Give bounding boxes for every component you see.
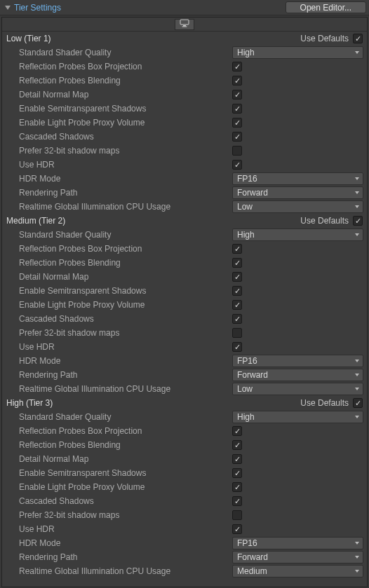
setting-row: Use HDR xyxy=(2,340,367,354)
tier-name: Medium (Tier 2) xyxy=(6,216,65,226)
tier-header: High (Tier 3)Use Defaults xyxy=(2,396,367,410)
setting-label: Standard Shader Quality xyxy=(19,48,232,57)
setting-row: Prefer 32-bit shadow maps xyxy=(2,144,367,158)
setting-label: Cascaded Shadows xyxy=(19,132,232,142)
tier-panel: Low (Tier 1)Use DefaultsStandard Shader … xyxy=(1,17,368,587)
setting-checkbox[interactable] xyxy=(232,146,242,156)
platform-tabs xyxy=(2,18,367,32)
setting-label: Reflection Probes Box Projection xyxy=(19,244,232,254)
setting-checkbox[interactable] xyxy=(232,244,242,254)
foldout-arrow-icon[interactable] xyxy=(4,4,11,11)
setting-label: Reflection Probes Box Projection xyxy=(19,62,232,71)
setting-row: HDR ModeFP16 xyxy=(2,172,367,186)
setting-row: Standard Shader QualityHigh xyxy=(2,410,367,424)
setting-checkbox[interactable] xyxy=(232,300,242,310)
tier-header: Medium (Tier 2)Use Defaults xyxy=(2,214,367,228)
setting-checkbox[interactable] xyxy=(232,468,242,478)
setting-row: Enable Light Probe Proxy Volume xyxy=(2,298,367,312)
setting-checkbox[interactable] xyxy=(232,90,242,100)
dropdown-value: High xyxy=(237,230,255,240)
tier-name: Low (Tier 1) xyxy=(6,34,51,43)
setting-label: Standard Shader Quality xyxy=(19,230,232,240)
setting-checkbox[interactable] xyxy=(232,286,242,296)
setting-label: Enable Light Probe Proxy Volume xyxy=(19,118,232,128)
chevron-down-icon xyxy=(354,386,360,392)
setting-label: Enable Semitransparent Shadows xyxy=(19,286,232,296)
setting-dropdown[interactable]: FP16 xyxy=(232,355,363,367)
use-defaults-checkbox[interactable] xyxy=(353,34,363,43)
setting-row: Realtime Global Illumination CPU UsageLo… xyxy=(2,200,367,214)
dropdown-value: High xyxy=(237,48,255,57)
use-defaults-label: Use Defaults xyxy=(300,398,349,408)
chevron-down-icon xyxy=(354,372,360,378)
setting-checkbox[interactable] xyxy=(232,118,242,128)
dropdown-value: FP16 xyxy=(237,538,257,548)
setting-checkbox[interactable] xyxy=(232,76,242,86)
setting-label: Rendering Path xyxy=(19,188,232,198)
setting-checkbox[interactable] xyxy=(232,510,242,520)
setting-row: Enable Semitransparent Shadows xyxy=(2,102,367,116)
setting-row: Enable Light Probe Proxy Volume xyxy=(2,480,367,494)
setting-label: Use HDR xyxy=(19,524,232,534)
setting-checkbox[interactable] xyxy=(232,314,242,324)
dropdown-value: Forward xyxy=(237,552,268,562)
setting-row: Rendering PathForward xyxy=(2,550,367,564)
setting-row: Rendering PathForward xyxy=(2,368,367,382)
panel-header: Tier Settings Open Editor... xyxy=(0,0,369,15)
chevron-down-icon xyxy=(354,358,360,364)
setting-checkbox[interactable] xyxy=(232,62,242,71)
setting-checkbox[interactable] xyxy=(232,454,242,464)
setting-checkbox[interactable] xyxy=(232,272,242,282)
setting-dropdown[interactable]: High xyxy=(232,411,363,423)
chevron-down-icon xyxy=(354,204,360,210)
use-defaults-checkbox[interactable] xyxy=(353,216,363,226)
setting-dropdown[interactable]: Forward xyxy=(232,369,363,381)
use-defaults-label: Use Defaults xyxy=(300,34,349,43)
setting-checkbox[interactable] xyxy=(232,342,242,352)
setting-label: HDR Mode xyxy=(19,356,232,366)
setting-label: Enable Semitransparent Shadows xyxy=(19,104,232,114)
setting-row: Prefer 32-bit shadow maps xyxy=(2,508,367,522)
chevron-down-icon xyxy=(354,554,360,560)
setting-dropdown[interactable]: FP16 xyxy=(232,537,363,549)
setting-label: Enable Light Probe Proxy Volume xyxy=(19,300,232,310)
setting-checkbox[interactable] xyxy=(232,328,242,338)
dropdown-value: Forward xyxy=(237,188,268,198)
setting-dropdown[interactable]: Low xyxy=(232,383,363,395)
setting-checkbox[interactable] xyxy=(232,440,242,450)
setting-dropdown[interactable]: Forward xyxy=(232,551,363,563)
setting-row: Reflection Probes Blending xyxy=(2,438,367,452)
setting-checkbox[interactable] xyxy=(232,524,242,534)
setting-row: Detail Normal Map xyxy=(2,270,367,284)
setting-row: Reflection Probes Box Projection xyxy=(2,60,367,74)
setting-checkbox[interactable] xyxy=(232,426,242,436)
setting-row: HDR ModeFP16 xyxy=(2,354,367,368)
setting-checkbox[interactable] xyxy=(232,160,242,170)
setting-row: Cascaded Shadows xyxy=(2,312,367,326)
setting-dropdown[interactable]: Low xyxy=(232,200,363,213)
setting-label: Detail Normal Map xyxy=(19,454,232,464)
use-defaults-checkbox[interactable] xyxy=(353,398,363,408)
setting-checkbox[interactable] xyxy=(232,258,242,268)
setting-checkbox[interactable] xyxy=(232,482,242,492)
setting-checkbox[interactable] xyxy=(232,132,242,142)
platform-tab-standalone[interactable] xyxy=(175,19,194,30)
setting-checkbox[interactable] xyxy=(232,496,242,506)
setting-label: Realtime Global Illumination CPU Usage xyxy=(19,566,232,576)
setting-label: Realtime Global Illumination CPU Usage xyxy=(19,202,232,212)
setting-label: HDR Mode xyxy=(19,538,232,548)
use-defaults-label: Use Defaults xyxy=(300,216,349,226)
dropdown-value: FP16 xyxy=(237,356,257,366)
open-editor-button[interactable]: Open Editor... xyxy=(286,1,366,13)
setting-dropdown[interactable]: Medium xyxy=(232,565,363,577)
setting-checkbox[interactable] xyxy=(232,104,242,114)
setting-dropdown[interactable]: High xyxy=(232,46,363,59)
setting-dropdown[interactable]: High xyxy=(232,228,363,241)
chevron-down-icon xyxy=(354,232,360,238)
chevron-down-icon xyxy=(354,414,360,420)
monitor-icon xyxy=(180,19,189,29)
setting-dropdown[interactable]: FP16 xyxy=(232,172,363,185)
setting-label: Cascaded Shadows xyxy=(19,496,232,506)
setting-dropdown[interactable]: Forward xyxy=(232,186,363,199)
setting-row: Rendering PathForward xyxy=(2,186,367,200)
